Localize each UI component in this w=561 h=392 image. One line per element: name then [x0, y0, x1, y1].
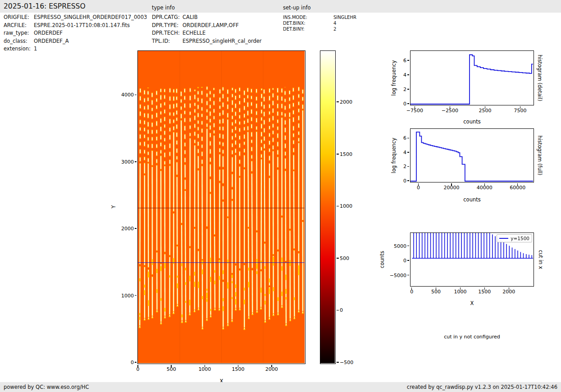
- info-row: DPR.TECH:ECHELLE: [152, 30, 205, 36]
- y-tick-mark: [337, 310, 339, 311]
- cut-right-label: cut in x: [538, 250, 544, 269]
- x-tick-label: −2500: [442, 108, 458, 114]
- histogram-full-plot: 02000040000600000246: [410, 128, 534, 182]
- info-label: INS.MODE:: [283, 15, 333, 20]
- y-tick-label: 500: [340, 255, 349, 261]
- cut-y-label: counts: [379, 251, 385, 268]
- info-label: do_class:: [4, 38, 34, 44]
- info-value: ECHELLE: [182, 30, 205, 36]
- x-tick-label: 40000: [477, 185, 493, 191]
- hist-full-right-label: histogram (full): [537, 136, 543, 176]
- y-tick-mark: [407, 60, 410, 61]
- info-label: ARCFILE:: [4, 22, 34, 28]
- info-row: DET.BINX:4: [283, 21, 336, 26]
- y-tick-mark: [407, 246, 410, 246]
- y-tick-mark: [135, 295, 137, 296]
- x-tick-label: 20000: [443, 185, 459, 191]
- histogram-detail-plot: −7500−2500250075000246: [410, 50, 534, 105]
- x-tick-label: 7500: [514, 108, 526, 114]
- y-tick-label: 0: [403, 258, 406, 264]
- info-label: DPR.CATG:: [152, 14, 182, 20]
- y-tick-mark: [407, 138, 410, 139]
- y-tick-mark: [407, 74, 410, 75]
- info-row: TPL.ID:ESPRESSO_singleHR_cal_order: [152, 38, 262, 44]
- x-tick-label: 1500: [478, 289, 491, 295]
- y-tick-label: 2000: [121, 226, 134, 232]
- info-label: DPR.TECH:: [152, 30, 182, 36]
- info-row: DET.BINY:2: [283, 27, 336, 32]
- y-tick-mark: [337, 362, 339, 363]
- x-tick-label: 0: [137, 366, 140, 372]
- info-row: INS.MODE:SINGLEHR: [283, 15, 356, 20]
- y-tick-mark: [407, 275, 410, 276]
- info-label: DET.BINX:: [283, 21, 333, 26]
- info-value: ESPRESSO_singleHR_cal_order: [182, 38, 262, 44]
- info-row: DPR.CATG:CALIB: [152, 14, 198, 20]
- cut-in-x-plot: y=1500 0500100015002000−500005000: [410, 232, 534, 287]
- info-label: ORIGFILE:: [4, 14, 34, 20]
- info-value: ESPRESSO_SINGLEHR_ORDERDEF017_0003: [34, 14, 147, 20]
- y-tick-label: −500: [340, 360, 353, 365]
- y-tick-label: 2: [403, 86, 406, 92]
- colorbar: 2000150010005000−500: [320, 50, 336, 364]
- info-row: ARCFILE:ESPRE.2025-01-17T10:08:01.147.fi…: [4, 22, 130, 28]
- y-tick-mark: [407, 166, 410, 167]
- y-tick-mark: [407, 103, 410, 104]
- hist-detail-x-label: counts: [410, 119, 534, 125]
- page-title: 2025-01-16: ESPRESSO: [4, 2, 86, 10]
- info-value: 2: [333, 27, 336, 32]
- x-tick-label: 1000: [454, 289, 466, 295]
- info-label: raw_type:: [4, 30, 34, 36]
- raw-image-plot: 050010001500200001000200030004000: [137, 50, 306, 364]
- y-tick-label: 4: [403, 72, 406, 77]
- x-tick-label: −7500: [406, 108, 423, 114]
- info-row: ORIGFILE:ESPRESSO_SINGLEHR_ORDERDEF017_0…: [4, 14, 147, 20]
- x-tick-label: 2000: [265, 366, 278, 372]
- y-tick-label: 1500: [340, 151, 352, 157]
- info-value: ESPRE.2025-01-17T10:08:01.147.fits: [34, 22, 130, 28]
- x-tick-label: 0: [410, 289, 413, 295]
- y-tick-label: 0: [403, 178, 406, 184]
- y-tick-label: 0: [131, 360, 134, 365]
- y-tick-label: 1000: [340, 203, 352, 209]
- y-tick-mark: [135, 95, 137, 96]
- info-row: do_class:ORDERDEF_A: [4, 38, 69, 44]
- y-tick-label: 2: [403, 164, 406, 169]
- info-row: DPR.TYPE:ORDERDEF,LAMP,OFF: [152, 22, 239, 28]
- y-tick-mark: [135, 228, 137, 229]
- info-value: ORDERDEF: [34, 30, 63, 36]
- x-tick-label: 1500: [232, 366, 245, 372]
- x-tick-label: 0: [417, 185, 420, 191]
- cut-x-label: X: [410, 300, 534, 306]
- x-tick-label: 500: [167, 366, 176, 372]
- y-tick-label: 6: [403, 57, 406, 63]
- histogram-detail-canvas: [410, 51, 533, 105]
- footer-powered-by: powered by QC: www.eso.org/HC: [4, 382, 89, 392]
- y-tick-mark: [337, 101, 339, 102]
- x-tick-label: 500: [431, 289, 441, 295]
- y-tick-label: 0: [340, 307, 343, 313]
- y-tick-label: 4000: [121, 92, 134, 98]
- raw-image-canvas: [138, 51, 305, 363]
- cut-in-y-note: cut in y not configured: [410, 334, 534, 340]
- info-label: DET.BINY:: [283, 27, 333, 32]
- y-tick-label: −5000: [390, 272, 406, 278]
- hist-detail-right-label: histogram (detail): [537, 55, 543, 101]
- info-value: CALIB: [182, 14, 198, 20]
- x-tick-label: 60000: [510, 185, 525, 191]
- y-tick-mark: [407, 89, 410, 90]
- setup-info-heading: set-up info: [283, 5, 311, 11]
- info-value: 4: [333, 21, 336, 26]
- info-value: ORDERDEF,LAMP,OFF: [182, 22, 239, 28]
- info-value: SINGLEHR: [333, 15, 356, 20]
- x-tick-label: 2500: [479, 108, 491, 114]
- info-value: 1: [34, 46, 37, 52]
- info-label: TPL.ID:: [152, 38, 182, 44]
- y-tick-label: 0: [403, 101, 406, 107]
- y-tick-label: 2000: [340, 99, 352, 105]
- qc-rawdisp-page: 2025-01-16: ESPRESSO type info set-up in…: [0, 0, 561, 392]
- legend-line-sample: [499, 238, 508, 239]
- type-info-heading: type info: [152, 5, 175, 11]
- y-tick-mark: [407, 260, 410, 261]
- y-tick-label: 6: [403, 135, 406, 141]
